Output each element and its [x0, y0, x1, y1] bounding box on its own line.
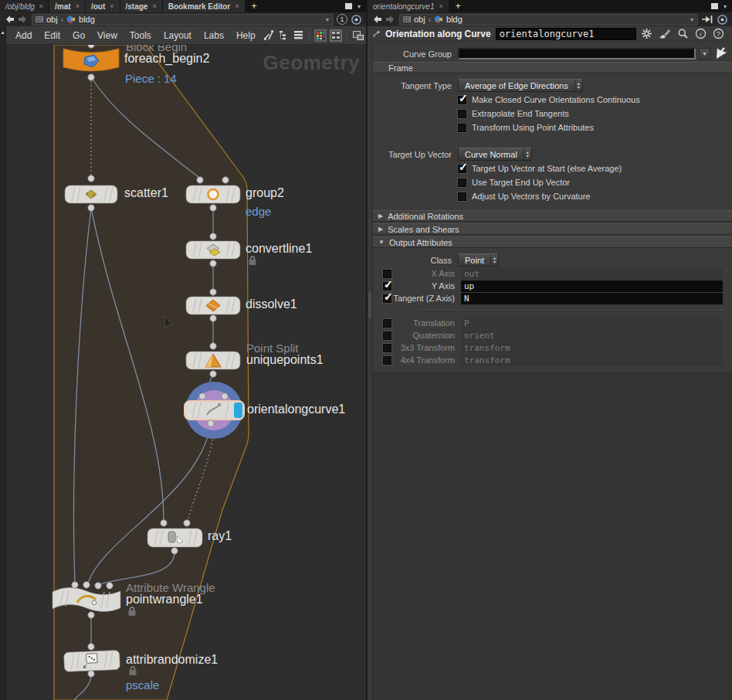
- network-editor[interactable]: Geometry Block Begin foreach_begin2 Piec…: [6, 45, 366, 700]
- menu-tools[interactable]: Tools: [124, 26, 158, 44]
- node-name-label[interactable]: scatter1: [124, 186, 168, 200]
- node-name-label[interactable]: attribrandomize1: [126, 653, 218, 667]
- scrollbar-handle[interactable]: [368, 292, 371, 318]
- node-name-label[interactable]: ray1: [208, 529, 232, 543]
- pane-expand-arrow-icon[interactable]: ▲: [1, 30, 5, 700]
- node-name-input[interactable]: [496, 28, 636, 40]
- transform-3x3-field[interactable]: transform: [461, 342, 723, 354]
- tangent-type-dropdown[interactable]: Average of Edge Directions ▴▾: [458, 79, 583, 92]
- close-icon[interactable]: ×: [110, 2, 114, 10]
- menu-labs[interactable]: Labs: [198, 26, 230, 44]
- y-axis-field[interactable]: up: [461, 280, 723, 292]
- forward-icon[interactable]: [385, 15, 396, 24]
- node-ray1[interactable]: [147, 528, 202, 547]
- node-name-label[interactable]: orientalongcurve1: [247, 403, 345, 416]
- pane-menu-icon[interactable]: ▾: [724, 3, 727, 10]
- x-axis-field[interactable]: out: [461, 268, 723, 280]
- node-chip[interactable]: bldg: [66, 15, 95, 25]
- checkbox-unchecked[interactable]: [458, 178, 466, 187]
- section-frame[interactable]: Frame: [373, 62, 732, 73]
- node-dissolve1[interactable]: [186, 297, 240, 314]
- menu-view[interactable]: View: [91, 26, 124, 44]
- node-name-label[interactable]: pointwrangle1: [126, 593, 203, 607]
- close-icon[interactable]: ×: [235, 2, 239, 10]
- back-icon[interactable]: [371, 15, 382, 24]
- forward-icon[interactable]: [18, 15, 29, 24]
- tab-out[interactable]: /out ×: [86, 0, 120, 12]
- target-up-vector-dropdown[interactable]: Curve Normal ▴▾: [458, 148, 532, 161]
- node-orientalongcurve1[interactable]: [185, 401, 244, 420]
- quaternion-field[interactable]: orient: [461, 330, 723, 342]
- context-chip[interactable]: obj: [402, 15, 425, 24]
- checkbox-unchecked[interactable]: [458, 110, 466, 118]
- tab-orientalongcurve1[interactable]: orientalongcurve1 ×: [368, 0, 449, 12]
- menu-layout[interactable]: Layout: [158, 26, 198, 44]
- checkbox-unchecked[interactable]: [383, 319, 391, 328]
- back-icon[interactable]: [4, 15, 15, 24]
- menu-help[interactable]: Help: [230, 26, 262, 44]
- checkbox-unchecked[interactable]: [383, 356, 391, 365]
- link-radial-icon[interactable]: [717, 14, 728, 25]
- menu-go[interactable]: Go: [66, 26, 91, 44]
- checkbox-unchecked[interactable]: [458, 124, 466, 132]
- select-arrow-icon[interactable]: [716, 47, 728, 60]
- node-name-label[interactable]: uniquepoints1: [246, 353, 324, 367]
- menu-add[interactable]: Add: [9, 26, 38, 44]
- section-additional-rotations[interactable]: ▶ Additional Rotations: [373, 210, 732, 222]
- context-chip[interactable]: obj: [35, 15, 58, 24]
- breadcrumb[interactable]: obj › bldg ▾: [399, 14, 698, 25]
- breadcrumb[interactable]: obj › bldg ▾: [32, 14, 334, 25]
- menu-edit[interactable]: Edit: [38, 26, 66, 44]
- path-dropdown-icon[interactable]: ▾: [689, 16, 695, 23]
- close-icon[interactable]: ×: [76, 2, 80, 10]
- checkbox-checked[interactable]: ✓: [458, 96, 466, 104]
- node-group2[interactable]: [186, 185, 240, 203]
- section-output-attributes[interactable]: ▼ Output Attributes: [373, 236, 732, 248]
- grid-boxes-icon[interactable]: [330, 29, 342, 42]
- tab-obj-bldg[interactable]: /obj/bldg ×: [0, 0, 49, 12]
- tree-view-icon[interactable]: [278, 29, 290, 41]
- node-name-label[interactable]: convertline1: [246, 242, 312, 256]
- new-tab-button[interactable]: +: [246, 0, 263, 12]
- pane-maximize-icon[interactable]: [345, 3, 352, 9]
- checkbox-unchecked[interactable]: [383, 331, 391, 340]
- node-uniquepoints1[interactable]: [186, 352, 240, 369]
- close-icon[interactable]: ×: [39, 2, 43, 10]
- class-dropdown[interactable]: Point ▴▾: [458, 253, 499, 267]
- checkbox-unchecked[interactable]: [383, 344, 391, 352]
- checkbox-checked[interactable]: ✓: [383, 294, 391, 303]
- node-scatter1[interactable]: [65, 185, 117, 203]
- transform-4x4-field[interactable]: transform: [461, 355, 723, 366]
- close-icon[interactable]: ×: [439, 2, 443, 10]
- tab-stage[interactable]: /stage ×: [120, 0, 163, 12]
- path-dropdown-icon[interactable]: ▾: [324, 16, 330, 23]
- display-flag[interactable]: [234, 403, 242, 418]
- tab-bookmark-editor[interactable]: Bookmark Editor ×: [163, 0, 246, 12]
- tab-mat[interactable]: /mat ×: [49, 0, 86, 12]
- group-dropdown-button[interactable]: ▾: [699, 48, 710, 59]
- node-name-label[interactable]: foreach_begin2: [124, 52, 209, 66]
- help-icon[interactable]: ?: [713, 28, 724, 39]
- translation-field[interactable]: P: [461, 318, 723, 329]
- list-view-icon[interactable]: [293, 29, 304, 41]
- link-radial-icon[interactable]: [351, 14, 362, 25]
- tangent-z-axis-field[interactable]: N: [461, 293, 723, 304]
- search-icon[interactable]: [677, 28, 689, 39]
- pin-icon[interactable]: [701, 14, 713, 25]
- checkbox-checked[interactable]: ✓: [458, 165, 466, 173]
- close-icon[interactable]: ×: [152, 2, 156, 10]
- pane-edge-strip[interactable]: ▲: [0, 26, 6, 700]
- link-number-badge[interactable]: 1: [337, 14, 347, 25]
- checkbox-checked[interactable]: ✓: [383, 282, 391, 291]
- checkbox-unchecked[interactable]: [458, 192, 466, 201]
- pane-menu-icon[interactable]: ▾: [358, 3, 361, 10]
- node-convertline1[interactable]: [186, 241, 240, 259]
- palette-grid-icon[interactable]: [314, 29, 327, 42]
- tools-wrench-icon[interactable]: [263, 29, 275, 41]
- section-scales-and-shears[interactable]: ▶ Scales and Shears: [373, 223, 732, 235]
- pane-maximize-icon[interactable]: [711, 3, 718, 9]
- new-tab-button[interactable]: +: [449, 0, 467, 12]
- parameter-scrollbar[interactable]: [368, 42, 373, 700]
- windows-layout-icon[interactable]: [352, 29, 364, 42]
- node-attribrandomize1[interactable]: [64, 650, 120, 671]
